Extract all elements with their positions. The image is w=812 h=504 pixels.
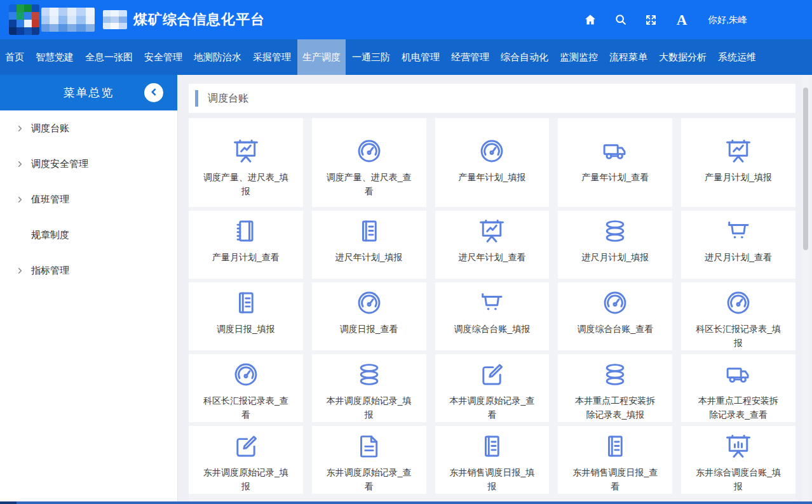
nav-tab[interactable]: 采掘管理 bbox=[248, 39, 296, 75]
main-nav: 首页智慧党建全息一张图安全管理地测防治水采掘管理生产调度一通三防机电管理经营管理… bbox=[0, 39, 812, 75]
book-lines-icon bbox=[478, 432, 506, 460]
nav-tab[interactable]: 首页 bbox=[0, 39, 29, 75]
sidebar-header: 菜单总览 bbox=[0, 75, 177, 110]
menu-card-label: 调度日报_填报 bbox=[217, 322, 275, 336]
menu-card[interactable]: 调度产量、进尺表_填报 bbox=[189, 118, 303, 207]
sidebar-menu: 调度台账调度安全管理值班管理规章制度指标管理 bbox=[0, 110, 177, 288]
menu-card[interactable]: 科区长汇报记录表_填报 bbox=[681, 282, 795, 350]
nav-tab[interactable]: 地测防治水 bbox=[189, 39, 247, 75]
nav-tab-label: 流程菜单 bbox=[609, 51, 647, 63]
menu-card[interactable]: 调度产量、进尺表_查看 bbox=[312, 118, 426, 207]
menu-card[interactable]: 产量年计划_查看 bbox=[558, 118, 672, 207]
gauge-icon bbox=[724, 289, 752, 317]
logo-area: 煤矿综合信息化平台 bbox=[9, 4, 265, 35]
sidebar-item[interactable]: 值班管理 bbox=[0, 182, 177, 217]
gauge-icon bbox=[478, 137, 506, 165]
app-title: 煤矿综合信息化平台 bbox=[133, 10, 265, 29]
document-icon bbox=[355, 432, 383, 460]
menu-card[interactable]: 产量年计划_填报 bbox=[435, 118, 550, 207]
nav-tab-label: 首页 bbox=[5, 51, 24, 63]
scrollbar-track[interactable] bbox=[802, 75, 809, 504]
menu-card[interactable]: 调度日报_查看 bbox=[312, 282, 426, 350]
menu-card[interactable]: 进尺年计划_查看 bbox=[435, 211, 550, 279]
menu-card[interactable]: 东井调度原始记录_查看 bbox=[312, 426, 426, 494]
menu-card[interactable]: 调度综合台账_填报 bbox=[435, 282, 550, 350]
nav-tab-active[interactable]: 生产调度 bbox=[297, 39, 346, 75]
menu-card[interactable]: 东井调度原始记录_填报 bbox=[189, 426, 303, 494]
nav-tab[interactable]: 智慧党建 bbox=[30, 39, 79, 75]
menu-card[interactable]: 东井销售调度日报_填报 bbox=[435, 426, 550, 494]
sidebar-item[interactable]: 规章制度 bbox=[0, 217, 177, 253]
nav-tab-label: 采掘管理 bbox=[253, 51, 291, 63]
font-size-icon[interactable]: A bbox=[675, 13, 689, 27]
board-line-chart-icon bbox=[724, 137, 752, 165]
menu-card[interactable]: 调度日报_填报 bbox=[189, 282, 303, 350]
nav-tab-label: 安全管理 bbox=[144, 51, 182, 63]
menu-card[interactable]: 产量月计划_填报 bbox=[681, 118, 795, 207]
fullscreen-icon[interactable] bbox=[644, 13, 658, 27]
page-title: 调度台账 bbox=[208, 92, 248, 105]
menu-card-label: 进尺月计划_查看 bbox=[705, 251, 772, 265]
menu-card[interactable]: 进尺月计划_查看 bbox=[681, 211, 795, 279]
user-greeting[interactable]: 你好,朱峰 bbox=[708, 14, 747, 26]
chevron-left-icon bbox=[148, 86, 159, 100]
menu-card[interactable]: 本井重点工程安装拆除记录表_查看 bbox=[681, 354, 795, 422]
menu-card[interactable]: 产量月计划_查看 bbox=[189, 211, 303, 279]
nav-tab-label: 经营管理 bbox=[451, 51, 489, 63]
menu-card[interactable]: 进尺月计划_填报 bbox=[558, 211, 672, 279]
menu-card-label: 调度综合台账_填报 bbox=[454, 322, 531, 336]
board-line-chart-icon bbox=[232, 137, 260, 165]
menu-card-label: 产量年计划_查看 bbox=[581, 171, 649, 185]
chevron-placeholder bbox=[16, 231, 24, 239]
nav-tab[interactable]: 系统运维 bbox=[713, 39, 761, 75]
app-header: 煤矿综合信息化平台 A 你好,朱峰 bbox=[0, 0, 812, 39]
sidebar-item-label: 规章制度 bbox=[31, 229, 69, 241]
sidebar-item[interactable]: 调度台账 bbox=[0, 110, 177, 146]
menu-card-label: 本井调度原始记录_填报 bbox=[326, 394, 412, 421]
gauge-icon bbox=[601, 289, 629, 317]
nav-tab[interactable]: 一通三防 bbox=[347, 39, 395, 75]
menu-card-label: 本井重点工程安装拆除记录表_填报 bbox=[572, 394, 658, 421]
truck-icon bbox=[601, 137, 629, 165]
sidebar: 菜单总览 调度台账调度安全管理值班管理规章制度指标管理 bbox=[0, 75, 178, 504]
sidebar-item[interactable]: 调度安全管理 bbox=[0, 146, 177, 182]
gauge-icon bbox=[355, 137, 383, 165]
nav-tab[interactable]: 全息一张图 bbox=[80, 39, 138, 75]
edit-icon bbox=[478, 361, 506, 388]
menu-card[interactable]: 进尺年计划_填报 bbox=[312, 211, 426, 279]
nav-tab-label: 大数据分析 bbox=[659, 51, 707, 63]
search-icon[interactable] bbox=[614, 13, 628, 27]
nav-tab[interactable]: 大数据分析 bbox=[654, 39, 712, 75]
nav-tab[interactable]: 机电管理 bbox=[396, 39, 445, 75]
menu-card-label: 本井调度原始记录_查看 bbox=[449, 394, 535, 421]
menu-card[interactable]: 本井重点工程安装拆除记录表_填报 bbox=[558, 354, 672, 422]
nav-tab[interactable]: 安全管理 bbox=[139, 39, 187, 75]
menu-card[interactable]: 东井综合调度台账_填报 bbox=[681, 426, 795, 494]
menu-card[interactable]: 本井调度原始记录_查看 bbox=[435, 354, 550, 422]
home-icon[interactable] bbox=[583, 13, 597, 27]
menu-card[interactable]: 科区长汇报记录表_查看 bbox=[189, 354, 303, 422]
nav-tab[interactable]: 经营管理 bbox=[446, 39, 494, 75]
cart-icon bbox=[724, 217, 752, 245]
edit-icon bbox=[232, 432, 260, 460]
database-icon bbox=[601, 361, 629, 388]
nav-tab-label: 地测防治水 bbox=[194, 51, 241, 63]
menu-card-label: 东井调度原始记录_填报 bbox=[203, 466, 289, 493]
scrollbar-thumb[interactable] bbox=[803, 88, 808, 250]
menu-card[interactable]: 东井销售调度日报_查看 bbox=[558, 426, 672, 494]
nav-tab[interactable]: 流程菜单 bbox=[604, 39, 653, 75]
menu-card-label: 调度日报_查看 bbox=[340, 322, 398, 336]
menu-card-label: 进尺月计划_填报 bbox=[581, 251, 649, 265]
board-line-chart-icon bbox=[478, 217, 506, 245]
nav-tab-label: 一通三防 bbox=[352, 51, 390, 63]
nav-tab[interactable]: 综合自动化 bbox=[496, 39, 553, 75]
truck-icon bbox=[724, 361, 752, 388]
menu-card[interactable]: 调度综合台账_查看 bbox=[558, 282, 672, 350]
sidebar-item[interactable]: 指标管理 bbox=[0, 253, 177, 288]
redacted-text bbox=[103, 10, 127, 29]
menu-card[interactable]: 本井调度原始记录_填报 bbox=[312, 354, 426, 422]
book-lines-icon bbox=[355, 217, 383, 245]
nav-tab[interactable]: 监测监控 bbox=[555, 39, 603, 75]
sidebar-collapse-button[interactable] bbox=[144, 83, 163, 102]
sidebar-item-label: 指标管理 bbox=[31, 265, 69, 277]
